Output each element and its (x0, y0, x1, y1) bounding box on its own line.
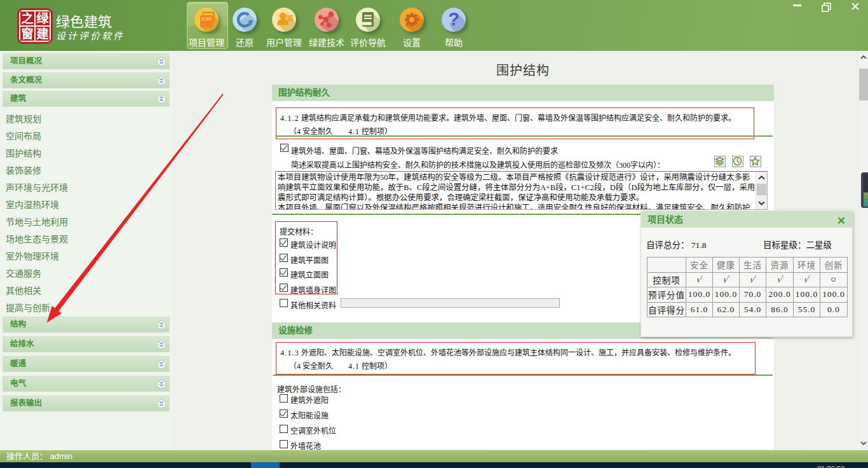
svg-text:?: ? (448, 9, 459, 29)
